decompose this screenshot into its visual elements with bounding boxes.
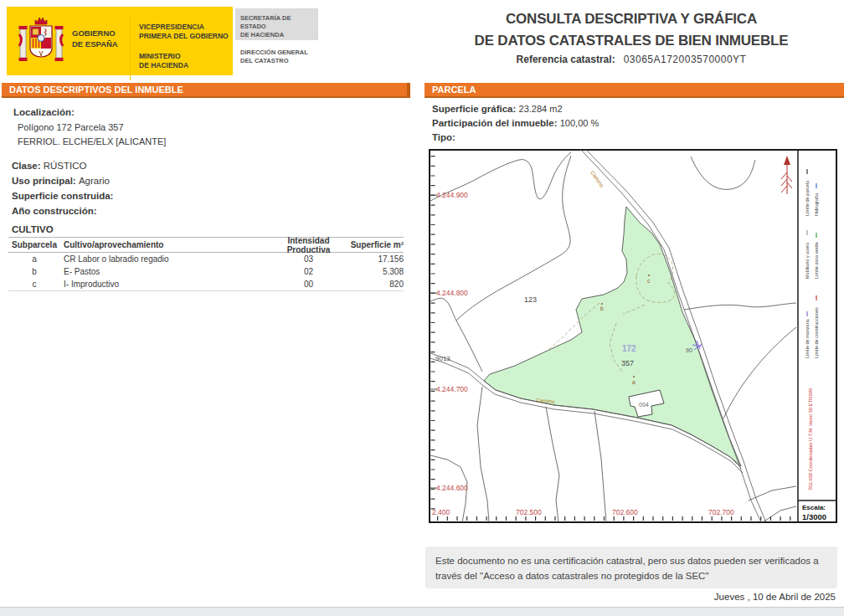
y-coordinate-label: 4.244.600 [436, 484, 468, 492]
cultivo-title: CULTIVO [12, 224, 54, 234]
legend-item-label: Límite de construcciones [814, 307, 819, 358]
cultivo-table-header: Subparcela Cultivo/aprovechamiento Inten… [8, 237, 404, 253]
cadastral-reference-value: 03065A172003570000YT [624, 54, 747, 65]
polygon-number-label: 172 [622, 344, 636, 353]
legend-item-label: Límite zona verde [814, 242, 819, 279]
ano-construccion-label: Año construcción: [12, 206, 97, 216]
disclaimer-box: Este documento no es una certificación c… [425, 547, 837, 588]
cultivo-table: Subparcela Cultivo/aprovechamiento Inten… [8, 237, 404, 291]
y-coordinate-label: 4.244.800 [436, 289, 468, 297]
legend-item-label: Hidrografía [814, 192, 819, 216]
svg-text:a: a [632, 379, 636, 385]
x-coordinate-label: 702.700 [708, 508, 734, 516]
table-row: c I- Improductivo 00 820 [8, 278, 404, 291]
superficie-grafica-row: Superficie gráfica: 23.284 m2 [432, 104, 563, 114]
vicepresidencia-label: VICEPRESIDENCIA PRIMERA DEL GOBIERNO [139, 23, 229, 41]
scale-label: Escala: [802, 504, 826, 511]
legend-item-label: Mobiliario y acera [805, 242, 810, 279]
parcel-number-label: 357 [621, 359, 634, 367]
y-coordinate-label: 4.244.700 [436, 385, 468, 393]
building-number-label: 004 [639, 402, 649, 408]
svg-text:b: b [600, 305, 604, 311]
scale-value: 1/3000 [802, 512, 826, 521]
y-coordinate-label: 4.244.900 [436, 191, 468, 199]
government-logo-block: GOBIERNO DE ESPAÑA VICEPRESIDENCIA PRIME… [7, 7, 233, 75]
participacion-row: Participación del inmueble: 100,00 % [432, 118, 599, 128]
clase-row: Clase: RÚSTICO [12, 161, 86, 171]
document-title: CONSULTA DESCRIPTIVA Y GRÁFICA DE DATOS … [425, 8, 837, 53]
superficie-construida-label: Superficie construida: [12, 191, 113, 201]
road-code-label: 9013 [435, 355, 450, 362]
section-header-parcela: PARCELA [425, 83, 844, 98]
legend-item-label: Límite de parcela [805, 180, 810, 216]
cadastral-document-page: GOBIERNO DE ESPAÑA VICEPRESIDENCIA PRIME… [0, 0, 844, 616]
adjacent-parcel-label: 123 [524, 295, 537, 304]
table-row: a CR Labor o labradio regadio 03 17.156 [8, 253, 404, 265]
gobierno-de-espana-label: GOBIERNO DE ESPAÑA [72, 28, 118, 50]
localizacion-label: Localización: [13, 107, 75, 117]
x-coordinate-label: 702.600 [612, 508, 638, 516]
ministerio-hacienda-label: MINISTERIO DE HACIENDA [139, 52, 188, 70]
section-header-datos-descriptivos: DATOS DESCRIPTIVOS DEL INMUEBLE [2, 83, 410, 98]
table-row: b E- Pastos 02 5.308 [8, 265, 404, 278]
utm-coordinates-note: 702.600 Coordenadas U.T.M. Huso 30 ETRS8… [808, 388, 813, 490]
document-date: Jueves , 10 de Abril de 2025 [425, 592, 836, 602]
secretaria-estado-box: SECRETARÍA DE ESTADO DE HACIENDA [235, 8, 318, 40]
direccion-general-catastro-box: DIRECCIÓN GENERAL DEL CATASTRO [235, 44, 318, 72]
localizacion-line1: Polígono 172 Parcela 357 [18, 122, 124, 132]
tipo-label: Tipo: [432, 132, 455, 142]
page-footer-bar [0, 607, 844, 616]
uso-principal-row: Uso principal: Agrario [12, 176, 110, 186]
spain-coat-of-arms-icon [17, 14, 65, 68]
legend-item-label: Límite de manzana [805, 318, 810, 358]
localizacion-line2: FERRIOL. ELCHE/ELX [ALICANTE] [18, 136, 166, 146]
x-coordinate-label: 2.400 [432, 508, 450, 516]
cadastral-map: 4.244.900 4.244.800 4.244.700 4.244.600 … [429, 149, 837, 523]
cadastral-reference: Referencia catastral: 03065A172003570000… [425, 54, 837, 65]
x-coordinate-label: 702.500 [516, 508, 542, 516]
road-point-label: 90 [686, 347, 692, 353]
